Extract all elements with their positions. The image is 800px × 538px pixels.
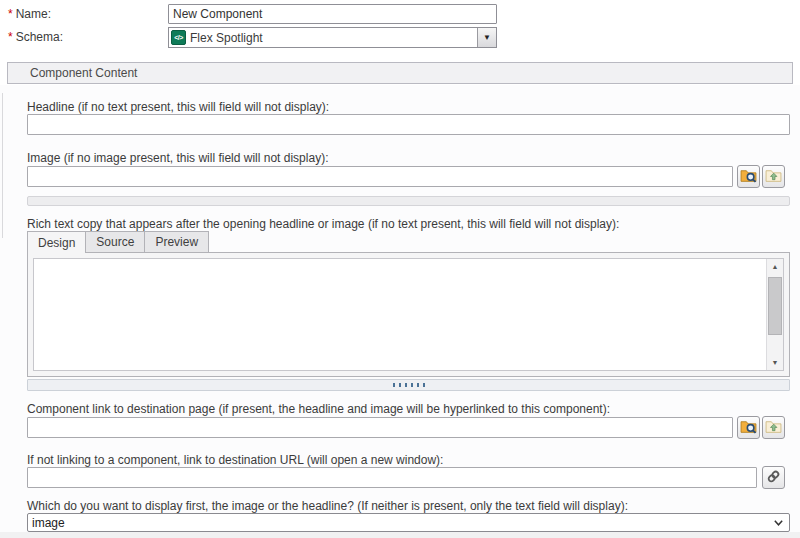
schema-dropdown[interactable]: </> Flex Spotlight ▼ (168, 27, 497, 48)
schema-value-text: Flex Spotlight (190, 31, 263, 45)
resize-grip-dot (411, 383, 413, 387)
chain-link-icon (765, 468, 782, 488)
panel-edge-line (2, 93, 3, 238)
folder-upload-icon (765, 418, 782, 438)
folder-search-icon (740, 167, 757, 187)
section-title: Component Content (30, 66, 137, 80)
editor-vertical-scrollbar[interactable]: ▲ ▼ (766, 259, 783, 370)
richtext-editor-area[interactable]: ▲ ▼ (33, 258, 784, 371)
resize-grip-dot (417, 383, 419, 387)
component-link-input[interactable] (27, 417, 733, 438)
schema-code-icon: </> (171, 30, 186, 45)
dropdown-arrow-icon[interactable]: ▼ (477, 28, 496, 47)
component-edit-form: *Name: *Schema: </> Flex Spotlight ▼ Com… (0, 0, 800, 538)
image-input[interactable] (27, 166, 733, 187)
insert-link-button[interactable] (762, 466, 785, 489)
name-input[interactable] (168, 4, 497, 24)
image-upload-button[interactable] (762, 165, 785, 188)
richtext-tab-strip: Design Source Preview (27, 231, 209, 253)
headline-label: Headline (if no text present, this will … (27, 100, 329, 114)
schema-selected-value: </> Flex Spotlight (169, 30, 477, 45)
destination-url-label: If not linking to a component, link to d… (27, 453, 443, 467)
tab-source[interactable]: Source (85, 231, 144, 253)
scroll-down-icon[interactable]: ▼ (767, 355, 783, 370)
scrollbar-thumb[interactable] (768, 277, 782, 335)
resize-grip-dot (399, 383, 401, 387)
richtext-label: Rich text copy that appears after the op… (27, 217, 619, 231)
display-first-label: Which do you want to display first, the … (27, 499, 628, 513)
image-preview-strip (27, 196, 790, 206)
headline-input[interactable] (27, 114, 790, 135)
resize-grip-dot (393, 383, 395, 387)
tab-preview[interactable]: Preview (144, 231, 209, 253)
required-asterisk: * (8, 30, 13, 44)
name-label: *Name: (8, 7, 51, 21)
editor-resize-handle[interactable] (27, 379, 790, 391)
image-label: Image (if no image present, this will fi… (27, 151, 328, 165)
required-asterisk: * (8, 7, 13, 21)
richtext-editor-frame: ▲ ▼ (27, 252, 790, 377)
schema-label: *Schema: (8, 30, 63, 44)
display-first-value: image (32, 516, 65, 530)
bottom-strip (0, 532, 800, 538)
tab-design[interactable]: Design (27, 231, 85, 254)
resize-grip-dot (423, 383, 425, 387)
folder-search-icon (740, 418, 757, 438)
folder-upload-icon (765, 167, 782, 187)
display-first-select[interactable]: image (27, 513, 790, 532)
resize-grip-dot (405, 383, 407, 387)
destination-url-input[interactable] (27, 467, 757, 488)
component-link-label: Component link to destination page (if p… (27, 402, 610, 416)
section-header: Component Content (7, 62, 793, 84)
select-chevron-icon (773, 517, 784, 531)
image-browse-button[interactable] (737, 165, 760, 188)
component-link-upload-button[interactable] (762, 416, 785, 439)
scroll-up-icon[interactable]: ▲ (767, 259, 783, 274)
component-link-browse-button[interactable] (737, 416, 760, 439)
